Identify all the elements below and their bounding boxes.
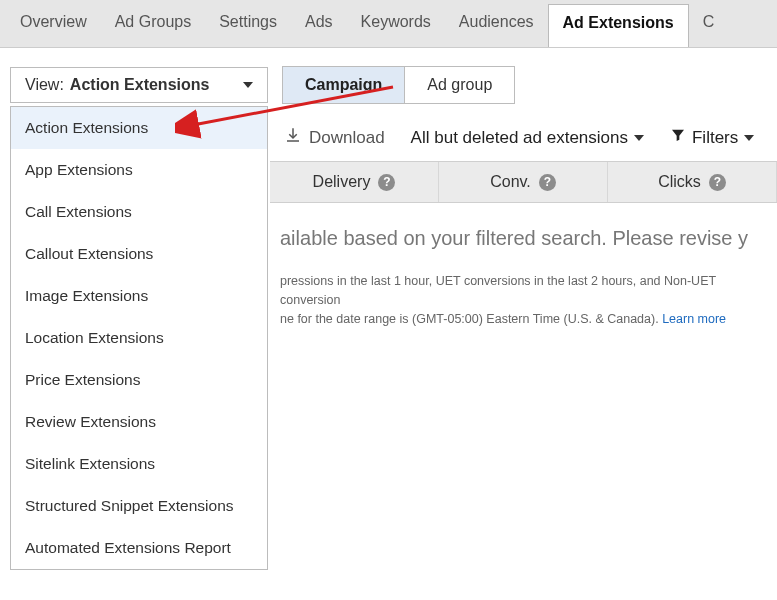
toolbar: Download All but deleted ad extensions F… xyxy=(270,118,777,161)
help-icon[interactable]: ? xyxy=(539,174,556,191)
caret-down-icon xyxy=(634,135,644,141)
view-option-app-extensions[interactable]: App Extensions xyxy=(11,149,267,191)
column-label: Clicks xyxy=(658,173,701,191)
tab-cutoff[interactable]: C xyxy=(689,0,729,47)
view-option-location-extensions[interactable]: Location Extensions xyxy=(11,317,267,338)
view-dropdown-label: View: xyxy=(25,76,64,94)
column-label: Delivery xyxy=(313,173,371,191)
view-dropdown-value: Action Extensions xyxy=(70,76,210,94)
view-option-image-extensions[interactable]: Image Extensions xyxy=(11,275,267,317)
content-area: ailable based on your filtered search. P… xyxy=(270,203,777,338)
help-icon[interactable]: ? xyxy=(378,174,395,191)
download-icon xyxy=(284,126,302,149)
view-dropdown[interactable]: View: Action Extensions xyxy=(10,67,268,103)
download-label: Download xyxy=(309,128,385,148)
download-button[interactable]: Download xyxy=(284,126,385,149)
data-latency-hint: pressions in the last 1 hour, UET conver… xyxy=(280,272,767,328)
filters-button[interactable]: Filters xyxy=(670,127,754,148)
caret-down-icon xyxy=(744,135,754,141)
scope-tab-campaign[interactable]: Campaign xyxy=(283,67,405,103)
tab-ad-groups[interactable]: Ad Groups xyxy=(101,0,205,47)
tab-ads[interactable]: Ads xyxy=(291,0,347,47)
tab-overview[interactable]: Overview xyxy=(6,0,101,47)
view-option-action-extensions[interactable]: Action Extensions xyxy=(11,107,267,149)
empty-state-message: ailable based on your filtered search. P… xyxy=(280,227,767,250)
scope-tab-ad-group[interactable]: Ad group xyxy=(405,67,514,103)
help-icon[interactable]: ? xyxy=(709,174,726,191)
tab-keywords[interactable]: Keywords xyxy=(347,0,445,47)
caret-down-icon xyxy=(243,82,253,88)
extension-filter-label: All but deleted ad extensions xyxy=(411,128,628,148)
column-delivery[interactable]: Delivery ? xyxy=(270,162,439,202)
top-tabs: Overview Ad Groups Settings Ads Keywords… xyxy=(0,0,777,48)
extension-filter-select[interactable]: All but deleted ad extensions xyxy=(411,128,644,148)
filters-label: Filters xyxy=(692,128,738,148)
tab-audiences[interactable]: Audiences xyxy=(445,0,548,47)
column-label: Conv. xyxy=(490,173,531,191)
funnel-icon xyxy=(670,127,686,148)
column-clicks[interactable]: Clicks ? xyxy=(608,162,777,202)
view-option-callout-extensions[interactable]: Callout Extensions xyxy=(11,233,267,275)
scope-tabs: Campaign Ad group xyxy=(282,66,515,104)
learn-more-link[interactable]: Learn more xyxy=(662,312,726,326)
view-dropdown-menu: Action Extensions App Extensions Call Ex… xyxy=(10,106,268,338)
tab-settings[interactable]: Settings xyxy=(205,0,291,47)
column-conv[interactable]: Conv. ? xyxy=(439,162,608,202)
table-header: Delivery ? Conv. ? Clicks ? xyxy=(270,161,777,203)
view-option-call-extensions[interactable]: Call Extensions xyxy=(11,191,267,233)
tab-ad-extensions[interactable]: Ad Extensions xyxy=(548,4,689,47)
